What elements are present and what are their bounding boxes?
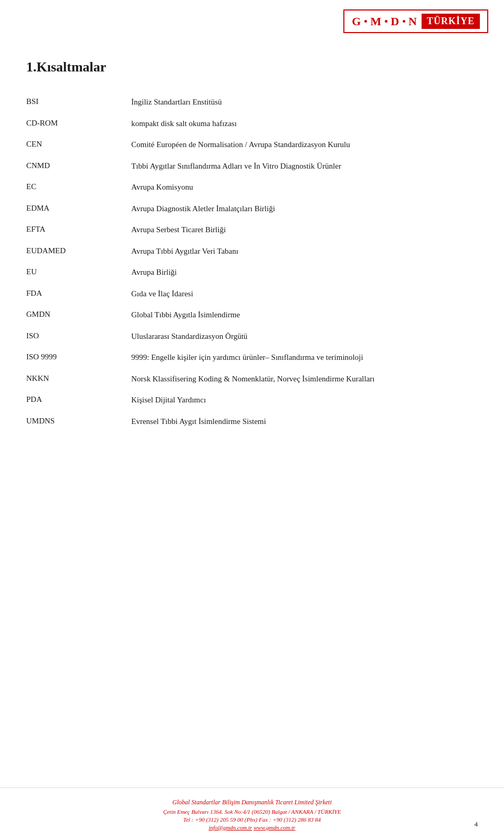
page-title: 1.Kısaltmalar bbox=[26, 59, 478, 75]
term-edma: EDMA bbox=[26, 203, 131, 213]
page-footer: Global Standartlar Bilişim Danışmanlık T… bbox=[0, 788, 504, 839]
main-content: 1.Kısaltmalar BSI İngiliz Standartları E… bbox=[0, 38, 504, 452]
logo-container: G M D N TÜRKİYE bbox=[343, 9, 488, 33]
list-item: CD-ROM kompakt disk salt okuma hafızası bbox=[26, 118, 478, 130]
footer-website-text[interactable]: www.gmdn.com.tr bbox=[254, 824, 296, 831]
list-item: UMDNS Evrensel Tıbbi Aygıt İsimlendirme … bbox=[26, 416, 478, 428]
list-item: GMDN Global Tıbbi Aygıtla İsimlendirme bbox=[26, 309, 478, 321]
def-eudamed: Avrupa Tıbbi Aygıtlar Veri Tabanı bbox=[131, 245, 478, 257]
def-gmdn: Global Tıbbi Aygıtla İsimlendirme bbox=[131, 309, 478, 321]
def-ec: Avrupa Komisyonu bbox=[131, 181, 478, 193]
term-umdns: UMDNS bbox=[26, 416, 131, 426]
term-cdrom: CD-ROM bbox=[26, 118, 131, 128]
term-eudamed: EUDAMED bbox=[26, 245, 131, 255]
list-item: FDA Gıda ve İlaç İdaresi bbox=[26, 288, 478, 300]
footer-company: Global Standartlar Bilişim Danışmanlık T… bbox=[16, 799, 488, 806]
def-iso: Uluslararası Standardizasyon Örgütü bbox=[131, 330, 478, 343]
logo-dot-3 bbox=[403, 20, 405, 23]
logo-g: G bbox=[352, 15, 361, 28]
list-item: EC Avrupa Komisyonu bbox=[26, 181, 478, 193]
def-eu: Avrupa Birliği bbox=[131, 266, 478, 278]
term-iso9999: ISO 9999 bbox=[26, 351, 131, 361]
def-fda: Gıda ve İlaç İdaresi bbox=[131, 288, 478, 300]
gmdn-logo: G M D N bbox=[352, 15, 417, 28]
def-cen: Comité Européen de Normalisation / Avrup… bbox=[131, 139, 478, 151]
footer-email: info@gmdn.com.tr www.gmdn.com.tr bbox=[16, 824, 488, 831]
page-header: G M D N TÜRKİYE bbox=[0, 0, 504, 38]
abbreviations-list: BSI İngiliz Standartları Enstitüsü CD-RO… bbox=[26, 96, 478, 427]
def-efta: Avrupa Serbest Ticaret Birliği bbox=[131, 224, 478, 236]
list-item: CNMD Tıbbi Aygıtlar Sınıflandırma Adları… bbox=[26, 160, 478, 172]
list-item: EU Avrupa Birliği bbox=[26, 266, 478, 278]
def-umdns: Evrensel Tıbbi Aygıt İsimlendirme Sistem… bbox=[131, 416, 478, 428]
footer-address: Çetin Emeç Bulvarı 1364. Sok No:4/1 (065… bbox=[16, 809, 488, 815]
list-item: BSI İngiliz Standartları Enstitüsü bbox=[26, 96, 478, 108]
footer-email-text[interactable]: info@gmdn.com.tr bbox=[208, 824, 252, 831]
list-item: ISO Uluslararası Standardizasyon Örgütü bbox=[26, 330, 478, 343]
def-pda: Kişisel Dijital Yardımcı bbox=[131, 394, 478, 406]
list-item: EUDAMED Avrupa Tıbbi Aygıtlar Veri Taban… bbox=[26, 245, 478, 257]
turkiye-label: TÜRKİYE bbox=[422, 14, 480, 29]
logo-n: N bbox=[408, 15, 417, 28]
footer-tel: Tel : +90 (312) 205 59 00 (Pbx) Fax : +9… bbox=[16, 816, 488, 823]
term-bsi: BSI bbox=[26, 96, 131, 106]
list-item: EDMA Avrupa Diagnostik Aletler İmalatçıl… bbox=[26, 203, 478, 215]
list-item: EFTA Avrupa Serbest Ticaret Birliği bbox=[26, 224, 478, 236]
term-eu: EU bbox=[26, 266, 131, 276]
term-pda: PDA bbox=[26, 394, 131, 404]
list-item: PDA Kişisel Dijital Yardımcı bbox=[26, 394, 478, 406]
list-item: CEN Comité Européen de Normalisation / A… bbox=[26, 139, 478, 151]
page-number: 4 bbox=[475, 820, 478, 828]
term-iso: ISO bbox=[26, 330, 131, 340]
term-fda: FDA bbox=[26, 288, 131, 298]
term-nkkn: NKKN bbox=[26, 373, 131, 383]
def-bsi: İngiliz Standartları Enstitüsü bbox=[131, 96, 478, 108]
logo-dot-2 bbox=[385, 20, 387, 23]
term-efta: EFTA bbox=[26, 224, 131, 234]
def-nkkn: Norsk Klassifisering Koding & Nomenklatü… bbox=[131, 373, 478, 385]
term-ec: EC bbox=[26, 181, 131, 191]
term-gmdn: GMDN bbox=[26, 309, 131, 319]
term-cen: CEN bbox=[26, 139, 131, 149]
term-cnmd: CNMD bbox=[26, 160, 131, 170]
list-item: NKKN Norsk Klassifisering Koding & Nomen… bbox=[26, 373, 478, 385]
def-edma: Avrupa Diagnostik Aletler İmalatçıları B… bbox=[131, 203, 478, 215]
list-item: ISO 9999 9999: Engelle kişiler için yard… bbox=[26, 351, 478, 364]
def-cdrom: kompakt disk salt okuma hafızası bbox=[131, 118, 478, 130]
logo-m: M bbox=[370, 15, 382, 28]
logo-d: D bbox=[391, 15, 400, 28]
def-cnmd: Tıbbi Aygıtlar Sınıflandırma Adları ve İ… bbox=[131, 160, 478, 172]
def-iso9999: 9999: Engelle kişiler için yardımcı ürün… bbox=[131, 351, 478, 364]
logo-dot-1 bbox=[364, 20, 367, 23]
